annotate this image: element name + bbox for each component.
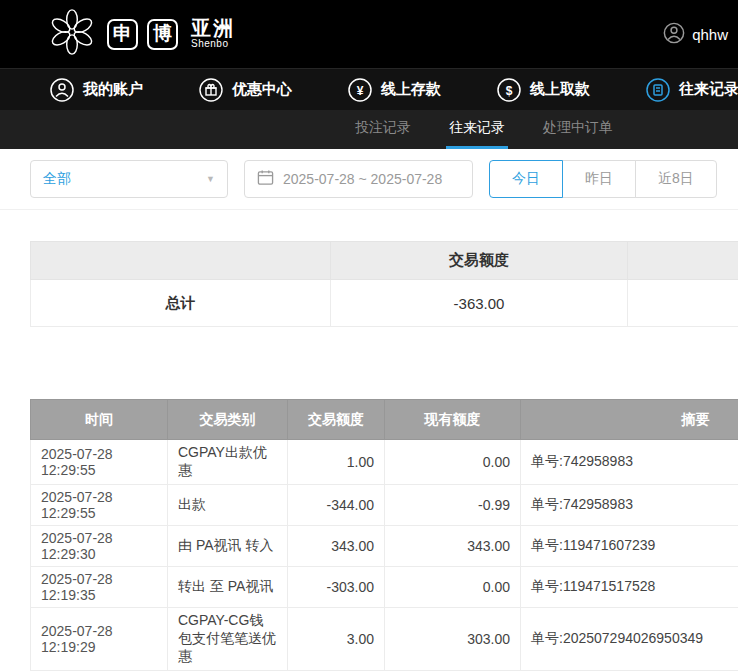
summary-header-empty xyxy=(31,242,331,280)
summary-header-amount: 交易额度 xyxy=(331,242,628,280)
withdraw-icon: $ xyxy=(497,78,521,102)
cell-amount: 1.00 xyxy=(288,440,385,485)
svg-text:¥: ¥ xyxy=(357,83,364,97)
cell-balance: -0.99 xyxy=(385,485,521,526)
summary-header-empty xyxy=(628,242,738,280)
today-button[interactable]: 今日 xyxy=(489,160,563,198)
cell-time: 2025-07-28 12:29:55 xyxy=(31,485,168,526)
sub-tab-bar: 投注记录 往来记录 处理中订单 xyxy=(0,110,738,149)
nav-label: 我的账户 xyxy=(83,80,143,99)
brand-region: 亚洲 xyxy=(191,18,235,39)
summary-empty-cell xyxy=(628,280,738,327)
quick-range-buttons: 今日 昨日 近8日 xyxy=(489,160,717,198)
cell-balance: 303.00 xyxy=(385,608,521,671)
nav-label: 线上存款 xyxy=(381,80,441,99)
cell-time: 2025-07-28 12:29:30 xyxy=(31,526,168,567)
chevron-down-icon: ▼ xyxy=(194,174,227,184)
cell-type: 转出 至 PA视讯 xyxy=(168,567,288,608)
cell-summary: 单号:119471607239 xyxy=(521,526,738,567)
records-header-row: 时间 交易类别 交易额度 现有额度 摘要 xyxy=(31,400,738,440)
deposit-icon: ¥ xyxy=(348,78,372,102)
brand-latin: Shenbo xyxy=(191,39,235,50)
cell-amount: 343.00 xyxy=(288,526,385,567)
cell-type: 由 PA视讯 转入 xyxy=(168,526,288,567)
date-range-input[interactable]: 2025-07-28 ~ 2025-07-28 xyxy=(244,160,473,198)
nav-item-deposit[interactable]: ¥ 线上存款 xyxy=(348,78,441,102)
cell-type: CGPAY-CG钱包支付笔笔送优惠 xyxy=(168,608,288,671)
summary-total-label: 总计 xyxy=(31,280,331,327)
col-header-type: 交易类别 xyxy=(168,400,288,440)
cell-summary: 单号:202507294026950349 xyxy=(521,608,738,671)
table-row: 2025-07-28 12:19:35 转出 至 PA视讯 -303.00 0.… xyxy=(31,567,738,608)
calendar-icon xyxy=(257,169,274,189)
nav-item-withdraw[interactable]: $ 线上取款 xyxy=(497,78,590,102)
nav-label: 线上取款 xyxy=(530,80,590,99)
filter-bar: 全部 ▼ 2025-07-28 ~ 2025-07-28 今日 昨日 近8日 xyxy=(0,149,738,210)
table-row: 2025-07-28 12:19:29 CGPAY-CG钱包支付笔笔送优惠 3.… xyxy=(31,608,738,671)
summary-header-row: 交易额度 xyxy=(31,242,738,280)
records-table: 时间 交易类别 交易额度 现有额度 摘要 2025-07-28 12:29:55… xyxy=(30,399,738,671)
account-avatar-icon xyxy=(663,22,685,47)
records-icon xyxy=(646,78,670,102)
cell-summary: 单号:119471517528 xyxy=(521,567,738,608)
brand-region-block: 亚洲 Shenbo xyxy=(191,18,235,50)
tab-processing-orders[interactable]: 处理中订单 xyxy=(540,110,616,149)
nav-label: 优惠中心 xyxy=(232,80,292,99)
summary-total-value: -363.00 xyxy=(331,280,628,327)
cell-balance: 0.00 xyxy=(385,567,521,608)
lotus-logo-icon xyxy=(46,6,98,62)
table-row: 2025-07-28 12:29:55 出款 -344.00 -0.99 单号:… xyxy=(31,485,738,526)
cell-balance: 0.00 xyxy=(385,440,521,485)
cell-time: 2025-07-28 12:29:55 xyxy=(31,440,168,485)
cell-type: CGPAY出款优惠 xyxy=(168,440,288,485)
tab-betting-records[interactable]: 投注记录 xyxy=(352,110,414,149)
cell-type: 出款 xyxy=(168,485,288,526)
date-range-value: 2025-07-28 ~ 2025-07-28 xyxy=(283,171,442,187)
nav-item-my-account[interactable]: 我的账户 xyxy=(50,78,143,102)
brand-char-1: 申 xyxy=(107,19,138,50)
cell-amount: -303.00 xyxy=(288,567,385,608)
table-row: 2025-07-28 12:29:55 CGPAY出款优惠 1.00 0.00 … xyxy=(31,440,738,485)
cell-summary: 单号:742958983 xyxy=(521,485,738,526)
col-header-time: 时间 xyxy=(31,400,168,440)
cell-amount: 3.00 xyxy=(288,608,385,671)
summary-total-row: 总计 -363.00 xyxy=(31,280,738,327)
cell-balance: 343.00 xyxy=(385,526,521,567)
brand-logo[interactable]: 申 博 亚洲 Shenbo xyxy=(46,6,235,62)
cell-time: 2025-07-28 12:19:35 xyxy=(31,567,168,608)
user-icon xyxy=(50,78,74,102)
last-8-days-button[interactable]: 近8日 xyxy=(635,160,717,198)
gift-icon xyxy=(199,78,223,102)
nav-label: 往来记录 xyxy=(679,80,738,99)
brand-char-2: 博 xyxy=(147,19,178,50)
nav-item-transaction-records[interactable]: 往来记录 xyxy=(646,78,738,102)
nav-item-promotions[interactable]: 优惠中心 xyxy=(199,78,292,102)
table-row: 2025-07-28 12:29:30 由 PA视讯 转入 343.00 343… xyxy=(31,526,738,567)
cell-time: 2025-07-28 12:19:29 xyxy=(31,608,168,671)
yesterday-button[interactable]: 昨日 xyxy=(562,160,636,198)
tab-transaction-records[interactable]: 往来记录 xyxy=(446,110,508,149)
type-select-value: 全部 xyxy=(43,170,71,188)
type-select[interactable]: 全部 ▼ xyxy=(30,160,228,198)
account-username: qhhw xyxy=(692,26,728,43)
account-chip[interactable]: qhhw xyxy=(663,22,728,47)
main-nav: 我的账户 优惠中心 ¥ 线上存款 $ 线上取款 xyxy=(0,68,738,110)
top-bar: 申 博 亚洲 Shenbo qhhw xyxy=(0,0,738,68)
cell-summary: 单号:742958983 xyxy=(521,440,738,485)
summary-table: 交易额度 总计 -363.00 xyxy=(30,241,738,327)
col-header-summary: 摘要 xyxy=(521,400,738,440)
col-header-amount: 交易额度 xyxy=(288,400,385,440)
svg-text:$: $ xyxy=(506,83,513,97)
col-header-balance: 现有额度 xyxy=(385,400,521,440)
cell-amount: -344.00 xyxy=(288,485,385,526)
